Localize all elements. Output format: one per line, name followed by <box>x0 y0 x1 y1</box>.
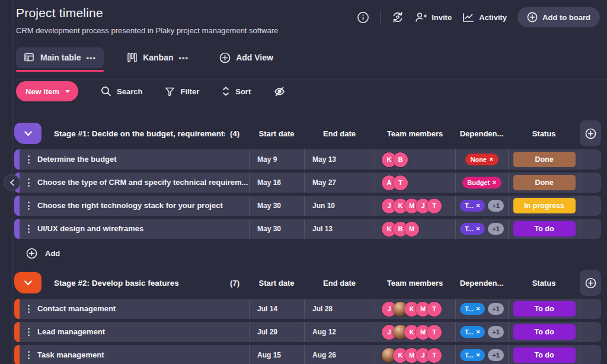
task-name[interactable]: Contact management <box>37 299 249 319</box>
team-members-cell[interactable]: KMJT <box>375 345 455 364</box>
end-date-cell[interactable]: Jun 10 <box>304 196 375 216</box>
tab-add-view[interactable]: Add View <box>212 47 281 68</box>
end-date-cell[interactable]: May 27 <box>304 173 375 193</box>
team-members-cell[interactable]: JKMT <box>375 299 455 319</box>
row-menu-button[interactable] <box>20 149 37 170</box>
start-date-cell[interactable]: May 16 <box>249 173 304 193</box>
sidebar-collapse-button[interactable] <box>4 174 20 191</box>
row-menu-button[interactable] <box>20 345 37 364</box>
dependency-extra-count[interactable]: +1 <box>488 223 504 235</box>
column-header-dependencies[interactable]: Dependen... <box>455 279 508 288</box>
column-header-team-members[interactable]: Team members <box>375 129 455 138</box>
row-menu-button[interactable] <box>20 196 37 216</box>
dependency-remove-icon[interactable]: ✕ <box>476 306 481 312</box>
filter-button[interactable]: Filter <box>165 87 199 97</box>
team-members-cell[interactable]: KB <box>375 149 455 170</box>
dependency-pill[interactable]: T...✕ <box>460 326 485 338</box>
end-date-cell[interactable]: May 13 <box>304 149 375 170</box>
dependency-cell[interactable]: T...✕+1 <box>455 219 508 239</box>
dependency-remove-icon[interactable]: ✕ <box>476 203 481 209</box>
info-button[interactable] <box>357 11 369 24</box>
column-header-status[interactable]: Status <box>508 129 580 138</box>
dependency-pill[interactable]: Budget✕ <box>462 177 501 189</box>
dependency-extra-count[interactable]: +1 <box>488 303 504 315</box>
task-name[interactable]: Choose the right technology stack for yo… <box>37 196 249 216</box>
task-name[interactable]: Task management <box>37 345 249 364</box>
column-header-start-date[interactable]: Start date <box>249 279 304 288</box>
add-item-button[interactable]: Add <box>14 242 85 263</box>
end-date-cell[interactable]: Jul 13 <box>304 219 375 239</box>
column-header-team-members[interactable]: Team members <box>375 279 455 288</box>
tab-kanban[interactable]: Kanban ••• <box>119 47 196 68</box>
dependency-cell[interactable]: T...✕+1 <box>455 345 508 364</box>
dependency-cell[interactable]: T...✕+1 <box>455 196 508 216</box>
start-date-cell[interactable]: May 30 <box>249 219 304 239</box>
start-date-cell[interactable]: Jul 14 <box>249 299 304 319</box>
row-menu-button[interactable] <box>20 219 37 239</box>
tab-main-table-menu[interactable]: ••• <box>86 53 96 62</box>
dependency-pill[interactable]: T...✕ <box>460 200 485 212</box>
dependency-extra-count[interactable]: +1 <box>488 349 504 361</box>
task-name[interactable]: UI/UX design and wireframes <box>37 219 249 239</box>
dependency-remove-icon[interactable]: ✕ <box>476 352 481 358</box>
status-button[interactable]: To do <box>513 301 576 317</box>
start-date-cell[interactable]: May 30 <box>249 196 304 216</box>
dependency-pill[interactable]: T...✕ <box>460 349 485 361</box>
add-column-button[interactable] <box>580 120 601 146</box>
tab-main-table[interactable]: Main table ••• <box>16 47 104 68</box>
start-date-cell[interactable]: Jul 29 <box>249 322 304 342</box>
task-name[interactable]: Lead management <box>37 322 249 342</box>
end-date-cell[interactable]: Jul 28 <box>304 299 375 319</box>
team-members-cell[interactable]: JKMJT <box>375 196 455 216</box>
tab-kanban-menu[interactable]: ••• <box>178 53 189 62</box>
status-button[interactable]: To do <box>513 221 576 237</box>
dependency-extra-count[interactable]: +1 <box>488 326 504 338</box>
add-to-board-button[interactable]: Add to board <box>517 7 600 27</box>
status-button[interactable]: In progress <box>513 198 576 213</box>
end-date-cell[interactable]: Aug 12 <box>304 322 375 342</box>
column-header-start-date[interactable]: Start date <box>249 129 304 138</box>
column-header-status[interactable]: Status <box>508 279 580 288</box>
dependency-remove-icon[interactable]: ✕ <box>476 329 481 335</box>
dependency-extra-count[interactable]: +1 <box>488 200 504 212</box>
column-header-dependencies[interactable]: Dependen... <box>455 129 508 138</box>
dependency-remove-icon[interactable]: ✕ <box>492 180 497 186</box>
team-members-cell[interactable]: KBM <box>375 219 455 239</box>
activity-button[interactable]: Activity <box>462 12 507 23</box>
dependency-pill[interactable]: None✕ <box>465 154 498 165</box>
group-collapse-button[interactable] <box>14 272 41 293</box>
team-members-cell[interactable]: JKMT <box>375 322 455 342</box>
start-date-cell[interactable]: May 9 <box>249 149 304 170</box>
row-menu-button[interactable] <box>20 299 37 319</box>
search-button[interactable]: Search <box>101 86 142 97</box>
start-date-cell[interactable]: Aug 15 <box>249 345 304 364</box>
status-button[interactable]: To do <box>513 347 576 363</box>
new-item-button[interactable]: New Item <box>16 81 78 101</box>
status-button[interactable]: Done <box>513 175 576 190</box>
add-column-button[interactable] <box>580 270 601 296</box>
sync-button[interactable] <box>391 11 404 24</box>
group-collapse-button[interactable] <box>14 123 41 144</box>
dependency-cell[interactable]: T...✕+1 <box>455 322 508 342</box>
dependency-cell[interactable]: Budget✕ <box>455 173 508 193</box>
dependency-pill[interactable]: T...✕ <box>460 303 485 315</box>
row-menu-button[interactable] <box>20 173 37 193</box>
new-item-caret-icon[interactable] <box>65 90 70 93</box>
dependency-cell[interactable]: None✕ <box>455 149 508 170</box>
status-button[interactable]: Done <box>513 152 576 167</box>
status-button[interactable]: To do <box>513 324 576 340</box>
task-name[interactable]: Determine the budget <box>37 149 249 170</box>
end-date-cell[interactable]: Aug 26 <box>304 345 375 364</box>
sort-button[interactable]: Sort <box>222 86 251 97</box>
hide-fields-button[interactable] <box>273 86 286 97</box>
column-header-end-date[interactable]: End date <box>304 279 375 288</box>
dependency-cell[interactable]: T...✕+1 <box>455 299 508 319</box>
dependency-pill[interactable]: T...✕ <box>460 223 485 235</box>
column-header-end-date[interactable]: End date <box>304 129 375 138</box>
row-menu-button[interactable] <box>20 322 37 342</box>
task-name[interactable]: Choose the type of CRM and specify techn… <box>37 173 249 193</box>
invite-button[interactable]: Invite <box>415 12 452 23</box>
dependency-remove-icon[interactable]: ✕ <box>489 157 494 162</box>
dependency-remove-icon[interactable]: ✕ <box>476 226 481 232</box>
team-members-cell[interactable]: AT <box>375 173 455 193</box>
